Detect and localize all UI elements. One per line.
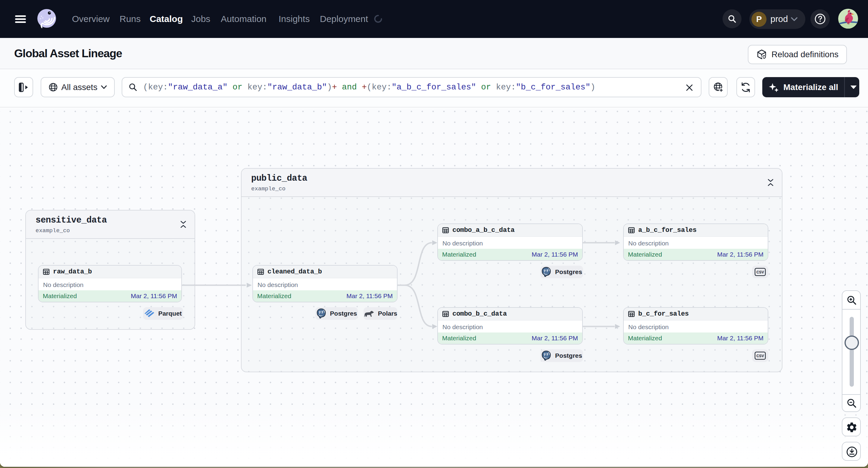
svg-text:CSV: CSV bbox=[756, 354, 764, 358]
svg-text:CSV: CSV bbox=[756, 270, 764, 274]
